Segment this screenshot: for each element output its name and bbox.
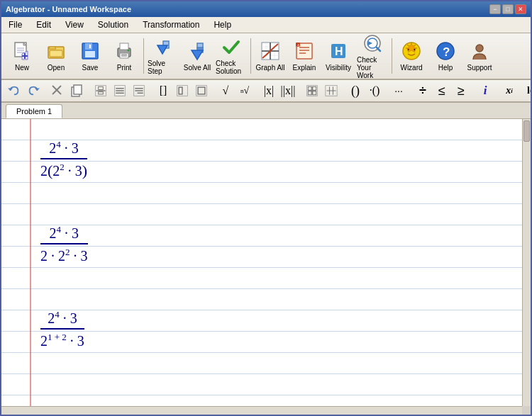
open-button[interactable]: Open xyxy=(40,36,72,76)
copy-button[interactable] xyxy=(68,82,85,99)
svg-rect-12 xyxy=(85,51,95,57)
svg-point-54 xyxy=(476,45,483,52)
work-area: 24 · 3 2(22 · 3) xyxy=(1,119,531,415)
more-button[interactable]: ··· xyxy=(390,82,407,99)
problem-1-tab[interactable]: Problem 1 xyxy=(6,104,62,118)
help-label: Help xyxy=(438,64,453,72)
svg-text:H: H xyxy=(335,45,343,57)
cut-button[interactable] xyxy=(49,82,66,99)
subscript-button[interactable]: xi xyxy=(501,82,518,99)
menu-view[interactable]: View xyxy=(61,18,88,31)
menu-transformation[interactable]: Transformation xyxy=(138,18,204,31)
save-label: Save xyxy=(82,64,99,72)
solve-step-icon xyxy=(153,37,173,58)
wizard-icon xyxy=(401,41,421,62)
print-button[interactable]: Print xyxy=(108,36,140,76)
paren-button[interactable]: () xyxy=(347,82,364,99)
svg-marker-21 xyxy=(157,45,167,54)
main-window: Algebrator - Unnamed Workspace − □ ✕ Fil… xyxy=(0,0,532,416)
check-solution-button[interactable]: Check Solution xyxy=(215,36,248,76)
menu-solution[interactable]: Solution xyxy=(94,18,133,31)
fraction-template-button[interactable] xyxy=(92,82,109,99)
svg-rect-11 xyxy=(85,43,92,50)
dot-paren-button[interactable]: ·() xyxy=(366,82,383,99)
vertical-scrollbar[interactable] xyxy=(522,119,531,406)
menu-edit[interactable]: Edit xyxy=(32,18,55,31)
solve-step-button[interactable]: Solve Step xyxy=(147,36,179,76)
check-work-label: Check Your Work xyxy=(357,56,388,79)
check-work-button[interactable]: Check Your Work xyxy=(356,36,389,76)
dbl-abs-button[interactable]: ||x|| xyxy=(279,82,297,99)
svg-rect-82 xyxy=(308,91,311,95)
svg-rect-13 xyxy=(89,45,91,48)
separator-3 xyxy=(392,38,392,74)
svg-marker-24 xyxy=(192,50,203,60)
svg-marker-56 xyxy=(35,88,40,91)
math-toolbar: [] √ n√ |x| ||x|| xyxy=(1,80,531,103)
horizontal-scrollbar[interactable] xyxy=(1,406,522,415)
solve-all-icon xyxy=(187,41,207,62)
help-button[interactable]: ? Help xyxy=(429,36,462,76)
expression-2: 24 · 3 2 · 22 · 3 xyxy=(40,224,88,264)
template-btn1[interactable] xyxy=(174,82,191,99)
graph-all-label: Graph All xyxy=(255,64,284,72)
svg-rect-83 xyxy=(313,91,316,95)
divide-button[interactable]: ÷ xyxy=(414,82,431,99)
menu-help[interactable]: Help xyxy=(209,18,235,31)
save-button[interactable]: Save xyxy=(74,36,106,76)
template-btn2[interactable] xyxy=(193,82,210,99)
menu-file[interactable]: File xyxy=(4,18,26,31)
matrix-btn2[interactable] xyxy=(323,82,340,99)
radical-button[interactable]: √ xyxy=(217,82,234,99)
wizard-button[interactable]: Wizard xyxy=(395,36,428,76)
close-button[interactable]: ✕ xyxy=(515,4,526,14)
visibility-button[interactable]: H Visibility xyxy=(322,36,355,76)
new-button[interactable]: New xyxy=(6,36,38,76)
save-icon xyxy=(80,41,100,62)
abs-val-button[interactable]: |x| xyxy=(260,82,277,99)
svg-rect-64 xyxy=(99,92,104,94)
undo-button[interactable] xyxy=(6,82,23,99)
leq-button[interactable]: ≤ xyxy=(433,82,450,99)
align-button[interactable] xyxy=(111,82,128,99)
title-controls: − □ ✕ xyxy=(489,4,526,14)
expression-1: 24 · 3 2(22 · 3) xyxy=(40,139,87,180)
nth-root-button[interactable]: n√ xyxy=(236,82,253,99)
minimize-button[interactable]: − xyxy=(489,4,501,14)
svg-line-44 xyxy=(377,47,380,51)
visibility-icon: H xyxy=(328,41,348,62)
svg-text:A: A xyxy=(297,43,300,47)
new-label: New xyxy=(15,64,29,72)
separator-1 xyxy=(143,38,144,74)
tab-bar: Problem 1 xyxy=(1,103,531,119)
graph-all-button[interactable]: Graph All xyxy=(254,36,287,76)
work-area-content: 24 · 3 2(22 · 3) xyxy=(1,119,522,406)
separator-2 xyxy=(250,38,251,74)
solve-all-button[interactable]: Solve All xyxy=(181,36,214,76)
svg-point-19 xyxy=(128,49,130,51)
align2-button[interactable] xyxy=(131,82,148,99)
explain-label: Explain xyxy=(293,64,316,72)
explain-button[interactable]: A Explain xyxy=(288,36,321,76)
scrollbar-corner xyxy=(522,406,531,415)
maximize-button[interactable]: □ xyxy=(502,4,514,14)
bracket-button[interactable]: [] xyxy=(155,82,172,99)
support-button[interactable]: Support xyxy=(463,36,496,76)
redo-button[interactable] xyxy=(25,82,42,99)
svg-rect-63 xyxy=(99,86,104,89)
italic-i-button[interactable]: i xyxy=(477,82,494,99)
matrix-btn1[interactable] xyxy=(304,82,321,99)
scroll-thumb-vertical[interactable] xyxy=(523,120,530,142)
print-label: Print xyxy=(117,64,132,72)
expression-3: 24 · 3 21 + 2 · 3 xyxy=(40,309,84,349)
open-label: Open xyxy=(48,64,65,72)
svg-marker-55 xyxy=(8,88,13,91)
lined-paper: 24 · 3 2(22 · 3) xyxy=(1,119,522,406)
svg-rect-76 xyxy=(198,87,205,94)
check-solution-icon xyxy=(221,37,241,58)
check-work-icon xyxy=(362,33,382,55)
log-button[interactable]: log xyxy=(525,82,532,99)
toolbar: New Open Save xyxy=(1,33,531,80)
geq-button[interactable]: ≥ xyxy=(453,82,470,99)
graph-all-icon xyxy=(260,41,280,62)
